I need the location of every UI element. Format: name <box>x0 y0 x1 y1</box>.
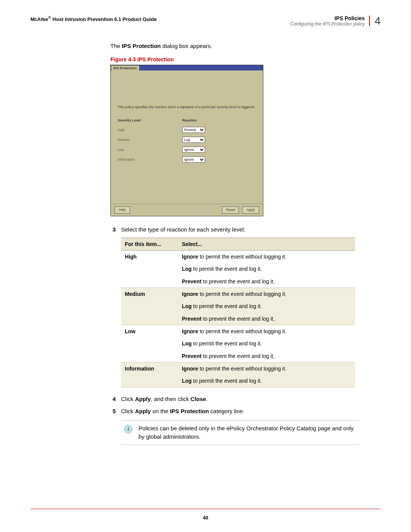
severity-medium-label: Medium <box>118 137 182 142</box>
table-item-label: High <box>121 251 178 263</box>
ips-protection-dialog: IPS Protection This policy specifies the… <box>110 65 263 216</box>
table-option-text: Ignore to permit the event without loggi… <box>178 288 355 300</box>
reaction-high-select[interactable]: Prevent <box>182 127 205 133</box>
note-text: Policies can be deleted only in the ePol… <box>139 424 356 441</box>
table-row: InformationIgnore to permit the event wi… <box>121 362 355 375</box>
table-option-text: Ignore to permit the event without loggi… <box>178 251 355 263</box>
col-reaction: Reaction <box>182 118 197 123</box>
dialog-tab-label[interactable]: IPS Protection <box>111 65 140 71</box>
table-option-text: Log to permit the event and log it. <box>178 300 355 312</box>
severity-info-label: Information <box>118 157 182 162</box>
table-row: Prevent to prevent the event and log it, <box>121 350 355 363</box>
severity-high-label: High <box>118 128 182 133</box>
step-5-number: 5 <box>110 407 116 415</box>
page-number: 40 <box>0 515 411 521</box>
table-row: Prevent to prevent the event and log it, <box>121 275 355 288</box>
header-left: McAfee® Host Intrusion Prevention 6.1 Pr… <box>30 15 157 22</box>
table-row: Log to permit the event and log it. <box>121 263 355 275</box>
header-right: IPS Policies Configuring the IPS Protect… <box>290 15 381 27</box>
step-3-number: 3 <box>110 225 116 234</box>
reaction-table: For this item... Select... HighIgnore to… <box>121 238 355 388</box>
table-option-text: Prevent to prevent the event and log it, <box>178 313 355 325</box>
col-severity: Severity Level <box>118 118 182 123</box>
chapter-number: 4 <box>369 16 381 26</box>
info-icon: i <box>124 425 132 433</box>
table-option-text: Log to permit the event and log it. <box>178 263 355 275</box>
table-option-text: Log to permit the event and log it. <box>178 375 355 387</box>
table-header-select: Select... <box>178 238 355 250</box>
step-4-number: 4 <box>110 395 116 403</box>
note-box: i Policies can be deleted only in the eP… <box>121 420 359 445</box>
table-option-text: Prevent to prevent the event and log it, <box>178 275 355 288</box>
table-item-label: Medium <box>121 288 178 300</box>
page-header: McAfee® Host Intrusion Prevention 6.1 Pr… <box>30 15 381 27</box>
table-option-text: Ignore to permit the event without loggi… <box>178 362 355 375</box>
reg-mark: ® <box>48 15 51 20</box>
dialog-tabbar: IPS Protection <box>111 65 263 70</box>
step-5-text: Click Apply on the IPS Protection catego… <box>121 407 381 415</box>
reaction-info-select[interactable]: Ignore <box>182 157 205 163</box>
severity-low-label: Low <box>118 147 182 152</box>
guide-title: Host Intrusion Prevention 6.1 Product Gu… <box>53 16 157 22</box>
table-row: MediumIgnore to permit the event without… <box>121 288 355 300</box>
table-row: Log to permit the event and log it. <box>121 375 355 387</box>
table-item-label: Low <box>121 325 178 337</box>
section-title: IPS Policies <box>335 15 365 21</box>
table-option-text: Ignore to permit the event without loggi… <box>178 325 355 337</box>
intro-text: The IPS Protection dialog box appears. <box>110 42 381 50</box>
table-row: HighIgnore to permit the event without l… <box>121 251 355 263</box>
table-option-text: Prevent to prevent the event and log it, <box>178 350 355 363</box>
table-row: Log to permit the event and log it. <box>121 300 355 312</box>
footer-rule <box>30 509 381 509</box>
dialog-column-headers: Severity Level Reaction <box>118 118 256 123</box>
reset-button[interactable]: Reset <box>222 206 239 214</box>
step-3-text: Select the type of reaction for each sev… <box>121 225 381 234</box>
section-subtitle: Configuring the IPS Protection policy <box>290 21 365 27</box>
table-header-item: For this item... <box>121 238 178 250</box>
table-item-label: Information <box>121 362 178 375</box>
reaction-medium-select[interactable]: Log <box>182 137 205 143</box>
brand-name: McAfee <box>30 16 48 22</box>
help-button[interactable]: Help <box>115 206 130 214</box>
table-row: Log to permit the event and log it. <box>121 337 355 350</box>
figure-caption: Figure 4-3 IPS Protection <box>110 56 381 63</box>
dialog-description: This policy specifies the reaction when … <box>118 105 256 110</box>
apply-button[interactable]: Apply <box>242 206 259 214</box>
step-4-text: Click Apply, and then click Close. <box>121 395 381 403</box>
table-option-text: Log to permit the event and log it. <box>178 337 355 350</box>
reaction-low-select[interactable]: Ignore <box>182 147 205 153</box>
table-row: LowIgnore to permit the event without lo… <box>121 325 355 337</box>
table-row: Prevent to prevent the event and log it, <box>121 313 355 325</box>
